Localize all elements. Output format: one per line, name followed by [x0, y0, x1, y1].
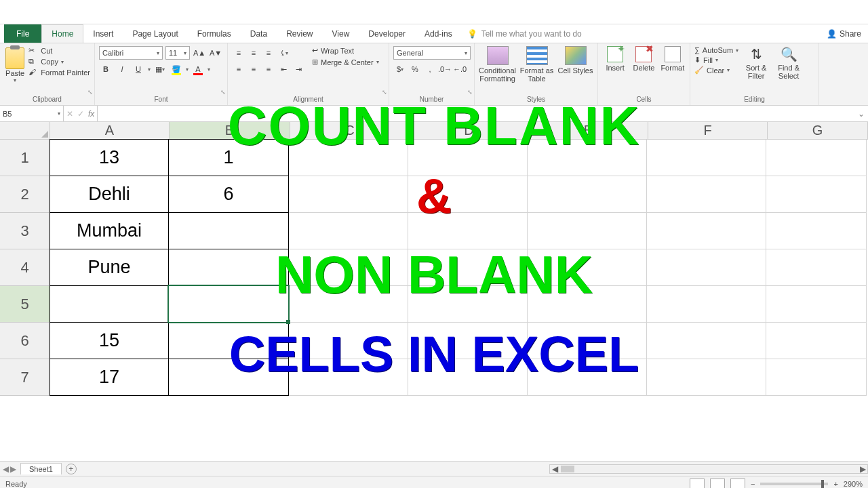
row-header-5[interactable]: 5: [0, 286, 50, 323]
cell-B7[interactable]: [168, 359, 289, 396]
cell-C3[interactable]: [289, 213, 408, 249]
col-header-G[interactable]: G: [768, 122, 868, 140]
cell-A3[interactable]: Mumbai: [50, 212, 169, 249]
tab-home[interactable]: Home: [41, 24, 83, 43]
fx-icon[interactable]: fx: [88, 109, 94, 119]
merge-center-button[interactable]: ⊞Merge & Center▾: [312, 58, 379, 66]
delete-cells-button[interactable]: ✖Delete: [631, 46, 656, 72]
cell-F5[interactable]: [647, 286, 766, 323]
underline-button[interactable]: U: [132, 62, 145, 76]
autosum-button[interactable]: ∑AutoSum▾: [694, 46, 738, 54]
col-header-B[interactable]: B: [170, 122, 290, 140]
format-as-table-button[interactable]: Format as Table: [519, 46, 555, 83]
cancel-formula-icon[interactable]: ✕: [66, 109, 73, 119]
scroll-right-icon[interactable]: ▶: [858, 464, 867, 474]
cell-B6[interactable]: [168, 322, 289, 359]
cell-styles-button[interactable]: Cell Styles: [557, 46, 593, 75]
align-top-button[interactable]: ≡: [232, 46, 245, 60]
align-middle-button[interactable]: ≡: [247, 46, 260, 60]
share-button[interactable]: 👤 Share: [827, 24, 861, 43]
cell-D5[interactable]: [408, 286, 528, 323]
fill-color-button[interactable]: 🪣: [170, 62, 183, 76]
cell-G7[interactable]: [766, 359, 867, 396]
scroll-left-icon[interactable]: ◀: [550, 464, 559, 474]
conditional-formatting-button[interactable]: Conditional Formatting: [479, 46, 516, 83]
align-center-button[interactable]: ≡: [247, 62, 260, 76]
cell-G6[interactable]: [766, 323, 867, 359]
format-painter-button[interactable]: 🖌Format Painter: [28, 68, 90, 77]
cell-D1[interactable]: [408, 140, 528, 176]
cell-D6[interactable]: [408, 323, 528, 359]
tab-review[interactable]: Review: [277, 24, 322, 43]
wrap-text-button[interactable]: ↩Wrap Text: [312, 46, 379, 55]
cell-G4[interactable]: [766, 249, 867, 286]
col-header-C[interactable]: C: [290, 122, 410, 140]
view-pagelayout-button[interactable]: [710, 479, 725, 489]
tab-formulas[interactable]: Formulas: [188, 24, 241, 43]
cell-A6[interactable]: 15: [50, 322, 169, 359]
cell-E3[interactable]: [528, 213, 647, 249]
col-header-E[interactable]: E: [529, 122, 648, 140]
cell-C1[interactable]: [289, 140, 408, 176]
cell-D7[interactable]: [408, 359, 528, 396]
file-tab[interactable]: File: [4, 24, 41, 43]
cell-E7[interactable]: [528, 359, 647, 396]
indent-increase-button[interactable]: ⇥: [292, 62, 305, 76]
select-all-corner[interactable]: [0, 122, 50, 140]
cell-B2[interactable]: 6: [168, 176, 289, 213]
border-button[interactable]: ▦▾: [153, 62, 167, 76]
format-cells-button[interactable]: Format: [660, 46, 686, 72]
fill-button[interactable]: ⬇Fill▾: [694, 56, 738, 64]
tellme-search[interactable]: 💡 Tell me what you want to do: [467, 24, 582, 43]
cell-G3[interactable]: [766, 213, 867, 249]
tab-insert[interactable]: Insert: [83, 24, 123, 43]
row-header-6[interactable]: 6: [0, 323, 50, 359]
font-launcher-icon[interactable]: ⤡: [220, 89, 226, 96]
clear-button[interactable]: 🧹Clear▾: [694, 66, 738, 75]
sort-filter-button[interactable]: ⇅Sort & Filter: [741, 46, 771, 80]
cell-F7[interactable]: [647, 359, 766, 396]
row-header-3[interactable]: 3: [0, 213, 50, 249]
name-box[interactable]: B5▾: [0, 106, 64, 121]
row-header-7[interactable]: 7: [0, 359, 50, 396]
zoom-in-button[interactable]: +: [833, 480, 837, 488]
tab-view[interactable]: View: [323, 24, 359, 43]
cell-A4[interactable]: Pune: [50, 249, 169, 286]
cell-A5[interactable]: [50, 285, 169, 323]
number-launcher-icon[interactable]: ⤡: [467, 89, 473, 96]
tab-developer[interactable]: Developer: [359, 24, 415, 43]
view-pagebreak-button[interactable]: [730, 479, 745, 489]
cell-D2[interactable]: [408, 176, 528, 213]
cell-A7[interactable]: 17: [50, 359, 169, 396]
sheet-nav-prev-icon[interactable]: ◀: [3, 464, 9, 474]
view-normal-button[interactable]: [690, 479, 705, 489]
cell-C2[interactable]: [289, 176, 408, 213]
cell-A1[interactable]: 13: [50, 139, 169, 176]
copy-button[interactable]: ⧉Copy▾: [28, 57, 90, 66]
sheet-tab[interactable]: Sheet1: [20, 463, 62, 474]
cut-button[interactable]: ✂Cut: [28, 46, 90, 56]
cell-F2[interactable]: [647, 176, 766, 213]
indent-decrease-button[interactable]: ⇤: [277, 62, 290, 76]
cell-A2[interactable]: Dehli: [50, 176, 169, 213]
formula-input[interactable]: [98, 106, 854, 121]
cell-C5[interactable]: [289, 286, 408, 323]
zoom-level[interactable]: 290%: [844, 480, 863, 488]
col-header-F[interactable]: F: [648, 122, 768, 140]
row-header-2[interactable]: 2: [0, 176, 50, 213]
font-color-button[interactable]: A: [191, 62, 205, 76]
number-format-select[interactable]: General▾: [393, 46, 471, 60]
grow-font-button[interactable]: A▲: [193, 46, 206, 60]
insert-cells-button[interactable]: ✦Insert: [602, 46, 628, 72]
italic-button[interactable]: I: [115, 62, 129, 76]
cell-B1[interactable]: 1: [168, 139, 289, 176]
currency-button[interactable]: $▾: [393, 62, 407, 76]
scroll-thumb[interactable]: [561, 466, 574, 472]
expand-formula-bar-icon[interactable]: ⌄: [854, 106, 868, 121]
align-bottom-button[interactable]: ≡: [262, 46, 275, 60]
cell-G1[interactable]: [766, 140, 867, 176]
sheet-nav-next-icon[interactable]: ▶: [10, 464, 16, 474]
cell-C7[interactable]: [289, 359, 408, 396]
cell-B5[interactable]: [168, 285, 289, 323]
cell-C6[interactable]: [289, 323, 408, 359]
